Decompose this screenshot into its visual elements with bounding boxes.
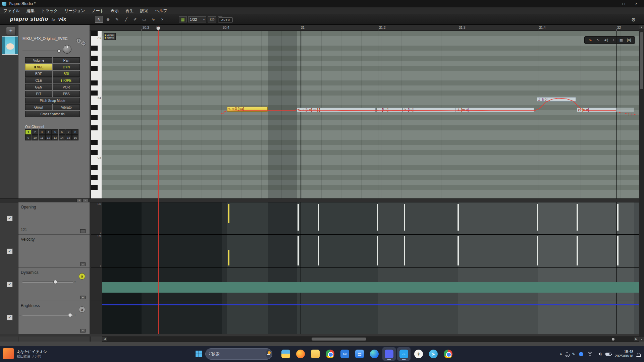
lane-bar[interactable]	[298, 236, 299, 265]
param-cle[interactable]: CLE	[25, 77, 52, 83]
param-dyn[interactable]: DYN	[53, 64, 80, 70]
menu-item-7[interactable]: 設定	[137, 7, 152, 14]
menu-item-2[interactable]: トラック	[38, 7, 61, 14]
mute-button[interactable]: m	[81, 41, 86, 46]
brightness-slider-handle[interactable]	[68, 313, 72, 317]
menu-item-4[interactable]: ノート	[88, 7, 107, 14]
note-5[interactable]: ま [m a]	[456, 108, 534, 112]
lane-bar[interactable]	[537, 236, 538, 265]
out-channel-12[interactable]: 12	[45, 135, 52, 140]
param-por[interactable]: POR	[53, 84, 80, 90]
note-7[interactable]: ね [n e]	[577, 108, 616, 112]
param-pit[interactable]: PIT	[25, 91, 52, 97]
note-6[interactable]: よ [j o]	[537, 97, 576, 102]
brightness-slider[interactable]	[22, 315, 73, 316]
scroll-up-icon[interactable]: ▲	[639, 25, 644, 29]
taskbar-search[interactable]: ☁	[205, 348, 272, 360]
lane-bar[interactable]	[458, 236, 459, 265]
lane-bar[interactable]	[318, 204, 319, 231]
delete-tool[interactable]: ×	[158, 16, 166, 23]
lane-bar[interactable]	[404, 236, 405, 265]
add-track-button[interactable]: +	[6, 27, 16, 35]
pitch-curve-icon[interactable]: ∿	[588, 38, 593, 43]
volume-slider-handle[interactable]	[57, 49, 61, 53]
horizontal-scroll-thumb[interactable]	[312, 338, 366, 341]
lane-velocity-content[interactable]	[102, 235, 639, 268]
lane-bar[interactable]	[617, 204, 619, 231]
horizontal-scrollbar[interactable]: ◀ ▶	[102, 337, 639, 342]
notification-bell-icon[interactable]	[637, 353, 641, 356]
store-icon[interactable]: ▤	[353, 347, 366, 361]
lane-bar[interactable]	[458, 204, 459, 231]
monitor-speaker-icon[interactable]: ◄)	[603, 38, 608, 43]
volume-slider[interactable]	[22, 49, 63, 53]
param-bre[interactable]: BRE	[25, 71, 52, 77]
grid-snap-icon[interactable]: ▦	[179, 16, 187, 22]
track-name[interactable]: MIKU_V4X_Original_EVEC	[22, 37, 68, 41]
lane-bar[interactable]	[537, 204, 538, 231]
out-channel-13[interactable]: 13	[52, 135, 58, 140]
menu-item-0[interactable]: ファイル	[0, 7, 23, 14]
lane-bar[interactable]	[404, 204, 405, 231]
note-2[interactable]: ちょ [ɕ o] ー [ ]	[297, 108, 376, 112]
vscode-icon[interactable]: ‹›	[397, 347, 411, 361]
lane-add-button[interactable]: +	[76, 199, 82, 202]
param-pbs[interactable]: PBS	[53, 91, 80, 97]
maximize-button[interactable]: □	[617, 0, 630, 7]
pitch-flat-icon[interactable]: ∿	[595, 38, 601, 43]
zoom-slider-handle[interactable]	[612, 338, 614, 341]
wifi-icon[interactable]	[587, 352, 593, 356]
lane-auto-button[interactable]: a	[79, 306, 85, 313]
edge-icon[interactable]	[368, 347, 381, 361]
volume-icon[interactable]: )	[597, 352, 602, 356]
solo-button[interactable]: S	[76, 38, 81, 43]
menu-item-3[interactable]: リージョン	[61, 7, 88, 14]
mail-icon[interactable]: ✉	[338, 347, 352, 361]
vertical-scroll-thumb[interactable]	[640, 32, 643, 89]
eraser-tool[interactable]: ▭	[140, 16, 148, 23]
param-ope[interactable]: OPE	[53, 77, 80, 83]
blue-status-icon[interactable]	[579, 352, 583, 356]
meter-tempo-button[interactable]: METER TEMPO	[104, 33, 116, 40]
lane-bar[interactable]	[228, 204, 229, 223]
piano-roll[interactable]: ちゃ3 [hʲa]ちょ [ɕ o] ー [ ]こ [k o]と [t o]ま […	[102, 31, 639, 198]
param-cross-synthesis[interactable]: Cross Synthesis	[25, 111, 80, 117]
firefox-icon[interactable]	[294, 347, 307, 361]
pointer-tool[interactable]: ↖	[95, 16, 103, 23]
out-channel-11[interactable]: 11	[39, 135, 45, 140]
out-channel-1[interactable]: 1	[25, 129, 32, 135]
out-channel-5[interactable]: 5	[52, 129, 58, 135]
folder-icon[interactable]	[309, 347, 322, 361]
menu-item-8[interactable]: ヘルプ	[152, 7, 171, 14]
out-channel-2[interactable]: 2	[32, 129, 38, 135]
lane-bar[interactable]	[228, 250, 229, 265]
param-pitch-snap-mode[interactable]: Pitch Snap Mode	[25, 98, 80, 104]
chatgpt-icon[interactable]: ✳	[412, 347, 425, 361]
track-avatar[interactable]	[2, 36, 18, 55]
lane-auto-button[interactable]: a	[79, 273, 85, 280]
param-gen[interactable]: GEN	[25, 84, 52, 90]
menu-item-5[interactable]: 表示	[107, 7, 122, 14]
news-widget[interactable]: あなたにイチオシ 福山雅治 フジ問…	[3, 348, 47, 359]
lane-brightness-content[interactable]	[102, 301, 639, 334]
lane-bar[interactable]	[577, 204, 578, 231]
pencil-tool[interactable]: ✎	[113, 16, 121, 23]
lane-remove-button[interactable]: −	[83, 199, 88, 202]
out-channel-9[interactable]: 9	[25, 135, 32, 140]
search-input[interactable]	[212, 352, 264, 356]
note-4[interactable]: と [t o]	[402, 108, 456, 112]
out-channel-4[interactable]: 4	[45, 129, 52, 135]
close-button[interactable]: ×	[630, 0, 643, 7]
param-vel[interactable]: VEL	[25, 64, 52, 70]
scroll-right-icon[interactable]: ▶	[634, 337, 639, 341]
piano-keyboard[interactable]: C5C4C3	[91, 31, 102, 198]
discord-icon[interactable]	[382, 347, 396, 361]
lane-collapse-button[interactable]: −	[80, 296, 86, 299]
param-growl[interactable]: Growl	[25, 104, 52, 110]
phoneme-display-icon[interactable]: [a]	[626, 38, 632, 43]
file-explorer-icon[interactable]	[279, 347, 292, 361]
out-channel-8[interactable]: 8	[72, 129, 78, 135]
note-3[interactable]: こ [k o]	[377, 108, 402, 112]
start-button[interactable]	[196, 351, 202, 357]
weather-icon[interactable]: ☁	[266, 350, 270, 358]
